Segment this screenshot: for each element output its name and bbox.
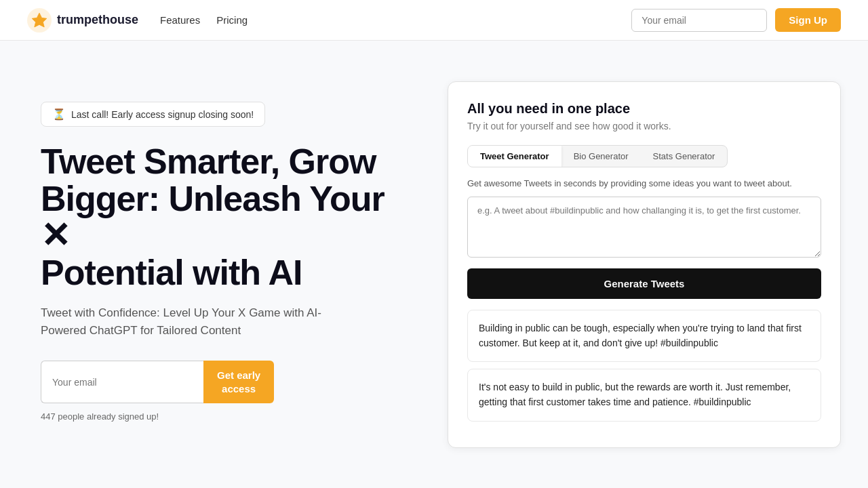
- get-early-access-button[interactable]: Get early access: [203, 361, 274, 403]
- hero-left: ⏳ Last call! Early access signup closing…: [41, 81, 420, 422]
- hero-title: Tweet Smarter, Grow Bigger: Unleash Your…: [41, 143, 420, 291]
- nav-left: trumpethouse Features Pricing: [27, 8, 248, 33]
- nav-links: Features Pricing: [160, 14, 248, 26]
- hero-subtitle: Tweet with Confidence: Level Up Your X G…: [41, 304, 366, 339]
- nav-pricing[interactable]: Pricing: [216, 14, 248, 26]
- result-card-1: Building in public can be tough, especia…: [467, 310, 821, 362]
- generate-tweets-button[interactable]: Generate Tweets: [467, 268, 821, 299]
- hourglass-icon: ⏳: [52, 108, 66, 121]
- tab-tweet-generator[interactable]: Tweet Generator: [468, 146, 561, 167]
- demo-card: All you need in one place Try it out for…: [448, 81, 841, 448]
- nav-right: Sign Up: [631, 8, 841, 32]
- result-text-1: Building in public can be tough, especia…: [479, 323, 802, 348]
- hero-email-input[interactable]: [41, 361, 203, 403]
- cta-line2: access: [222, 383, 256, 394]
- email-cta: Get early access: [41, 361, 420, 403]
- navbar: trumpethouse Features Pricing Sign Up: [0, 0, 868, 41]
- demo-description: Get awesome Tweets in seconds by providi…: [467, 178, 821, 188]
- result-card-2: It's not easy to build in public, but th…: [467, 369, 821, 421]
- demo-textarea[interactable]: [467, 197, 821, 258]
- demo-card-title: All you need in one place: [467, 101, 821, 117]
- early-access-badge: ⏳ Last call! Early access signup closing…: [41, 102, 265, 127]
- logo-icon: [27, 8, 52, 33]
- hero-right: All you need in one place Try it out for…: [448, 81, 841, 448]
- nav-email-input[interactable]: [631, 9, 767, 32]
- badge-text: Last call! Early access signup closing s…: [71, 109, 254, 120]
- hero-title-line3: Potential with AI: [41, 253, 302, 292]
- tab-bio-generator[interactable]: Bio Generator: [561, 146, 641, 167]
- hero-title-line1: Tweet Smarter, Grow: [41, 142, 376, 181]
- tabs: Tweet Generator Bio Generator Stats Gene…: [467, 145, 728, 167]
- nav-features[interactable]: Features: [160, 14, 200, 26]
- brand-name: trumpethouse: [57, 13, 138, 27]
- nav-signup-button[interactable]: Sign Up: [775, 8, 841, 32]
- tab-stats-generator[interactable]: Stats Generator: [641, 146, 728, 167]
- demo-card-subtitle: Try it out for yourself and see how good…: [467, 121, 821, 131]
- cta-line1: Get early: [217, 369, 260, 381]
- logo[interactable]: trumpethouse: [27, 8, 138, 33]
- hero-section: ⏳ Last call! Early access signup closing…: [0, 41, 868, 475]
- hero-title-line2: Bigger: Unleash Your ✕: [41, 179, 384, 256]
- signup-count: 447 people already signed up!: [41, 411, 420, 422]
- result-text-2: It's not easy to build in public, but th…: [479, 382, 791, 407]
